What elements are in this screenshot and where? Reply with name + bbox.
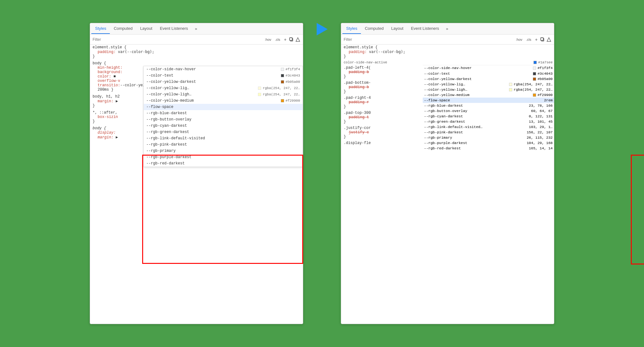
swatch-r-yellow-ligh xyxy=(509,88,512,91)
right-panel-wrapper: Styles Computed Layout Event Listeners »… xyxy=(341,23,554,324)
left-styles-content: element.style { padding: var(--color-bg)… xyxy=(90,45,303,324)
right-computed-top-partial: #1a7see xyxy=(423,60,554,65)
left-tab-styles[interactable]: Styles xyxy=(91,24,110,34)
cls-button[interactable]: .cls xyxy=(274,37,282,42)
svg-marker-3 xyxy=(296,38,300,41)
dropdown-item-yellow-medium[interactable]: --color-yellow-medium #f29900 xyxy=(144,98,303,104)
computed-row-flow-space: --flow-space 2rem xyxy=(423,98,554,103)
right-tab-more[interactable]: » xyxy=(444,24,450,34)
right-tab-styles[interactable]: Styles xyxy=(342,24,361,34)
right-computed-values-col: #1a7see --color-side-nav-hover #f1f3f4 xyxy=(423,60,554,151)
left-tabs-bar: Styles Computed Layout Event Listeners » xyxy=(90,23,303,35)
computed-row-color-text: --color-text #3c4043 xyxy=(423,71,554,76)
svg-rect-1 xyxy=(290,38,292,40)
right-css-rule-element: element.style { padding: var(--color-bg)… xyxy=(341,45,554,59)
right-justify: .justify-cor justify-c } xyxy=(341,125,423,140)
right-pad-right: .pad-right-4 padding-r } xyxy=(341,95,423,109)
right-tab-computed[interactable]: Computed xyxy=(361,24,387,34)
panels-wrapper: Styles Computed Layout Event Listeners »… xyxy=(90,23,554,324)
computed-row-rgb-link: --rgb-link-default-visited… 103, 29, 1… xyxy=(423,124,554,130)
computed-row-yellow-ligh: --color-yellow-ligh… rgba(254, 247, 22… xyxy=(423,87,554,92)
right-toolbar-right: :hov .cls + xyxy=(515,36,551,43)
blue-arrow xyxy=(317,23,328,35)
dropdown-item-yellow-ligh[interactable]: --color-yellow-ligh… rgba(254, 247, 22… xyxy=(144,91,303,98)
computed-row-rgb-purple: --rgb-purple-darkest 104, 29, 168 xyxy=(423,140,554,146)
right-styles-content: element.style { padding: var(--color-bg)… xyxy=(341,45,554,324)
right-tab-layout[interactable]: Layout xyxy=(387,24,407,34)
svg-marker-7 xyxy=(547,38,551,41)
swatch-color-text xyxy=(281,74,284,77)
dropdown-item-rgb-blue-darkest[interactable]: --rgb-blue-darkest xyxy=(144,110,303,116)
right-hov-button[interactable]: :hov xyxy=(515,37,524,42)
computed-row-rgb-green: --rgb-green-darkest 13, 101, 45 xyxy=(423,119,554,124)
left-toolbar-right: :hov .cls + xyxy=(264,36,300,43)
left-devtools-panel: Styles Computed Layout Event Listeners »… xyxy=(90,23,303,324)
toggle-icon[interactable] xyxy=(295,37,300,42)
swatch-side-nav-hover xyxy=(281,68,284,71)
css-prop-padding[interactable]: padding: xyxy=(93,50,116,54)
left-panel-wrapper: Styles Computed Layout Event Listeners »… xyxy=(90,23,303,324)
dropdown-item-color-text[interactable]: --color-text #3c4043 xyxy=(144,72,303,79)
right-add-rule-button[interactable]: + xyxy=(534,36,539,43)
right-filter-input[interactable] xyxy=(344,37,513,42)
computed-row-rgb-cyan: --rgb-cyan-darkest 0, 122, 131 xyxy=(423,114,554,119)
right-copy-icon[interactable] xyxy=(540,37,545,42)
computed-row-rgb-primary: --rgb-primary 26, 115, 232 xyxy=(423,135,554,140)
right-tabs-bar: Styles Computed Layout Event Listeners » xyxy=(341,23,554,35)
dropdown-item-side-nav-hover[interactable]: --color-side-nav-hover #f1f3f4 xyxy=(144,66,303,72)
svg-rect-5 xyxy=(541,38,543,40)
dropdown-item-rgb-green-darkest[interactable]: --rgb-green-darkest xyxy=(144,129,303,135)
swatch-r-yellow-lig xyxy=(509,83,512,86)
computed-row-side-nav-hover: --color-side-nav-hover #f1f3f4 xyxy=(423,65,554,71)
left-tab-more[interactable]: » xyxy=(193,24,199,34)
computed-row-yellow-medium: --color-yellow-medium #f29900 xyxy=(423,92,554,98)
right-pad-left: .pad-left-4( padding-b } xyxy=(341,65,423,79)
dropdown-item-yellow-darkest[interactable]: --color-yellow-darkest #b05a00 xyxy=(144,79,303,85)
right-pad-bottom: .pad-bottom- padding-b } xyxy=(341,80,423,94)
dropdown-item-rgb-purple-darkest[interactable]: --rgb-purple-darkest xyxy=(144,154,303,160)
computed-row-rgb-pink: --rgb-pink-darkest 156, 22, 107 xyxy=(423,130,554,135)
dropdown-item-rgb-link-default[interactable]: --rgb-link-default-visited xyxy=(144,135,303,141)
swatch-r-color-text xyxy=(533,72,536,75)
right-red-box-overlay xyxy=(631,155,644,264)
left-tab-event-listeners[interactable]: Event Listeners xyxy=(156,24,192,34)
right-tab-event-listeners[interactable]: Event Listeners xyxy=(407,24,443,34)
right-partial-top: color-side-nav-active xyxy=(341,60,423,65)
right-styles-scroll[interactable]: element.style { padding: var(--color-bg)… xyxy=(341,45,554,324)
copy-icon[interactable] xyxy=(289,37,294,42)
dropdown-item-rgb-cyan-darkest[interactable]: --rgb-cyan-darkest xyxy=(144,123,303,129)
dropdown-item-rgb-primary[interactable]: --rgb-primary xyxy=(144,148,303,154)
swatch-yellow-lig xyxy=(258,87,261,90)
css-rule-element-style: element.style { padding: var(--color-bg)… xyxy=(90,45,303,59)
dropdown-item-yellow-lig[interactable]: --color-yellow-lig… rgba(254, 247, 22… xyxy=(144,85,303,91)
right-toggle-icon[interactable] xyxy=(546,37,551,42)
left-filter-input[interactable] xyxy=(93,37,262,42)
add-rule-button[interactable]: + xyxy=(283,36,288,43)
hov-button[interactable]: :hov xyxy=(264,37,273,42)
swatch-side-nav-active xyxy=(534,61,537,64)
dropdown-item-rgb-red-darkest[interactable]: --rgb-red-darkest xyxy=(144,160,303,167)
computed-row-rgb-red: --rgb-red-darkest 165, 14, 14 xyxy=(423,146,554,151)
swatch-yellow-medium xyxy=(281,99,284,102)
left-tab-computed[interactable]: Computed xyxy=(110,24,136,34)
right-pad-top: .pad-top-300 padding-t } xyxy=(341,110,423,125)
swatch-r-yellow-medium xyxy=(533,93,536,97)
right-computed-layout: color-side-nav-active .pad-left-4( paddi… xyxy=(341,60,554,151)
css-selector-element-style: element.style { xyxy=(93,45,126,50)
right-display-flex: .display-fle xyxy=(341,140,423,146)
dropdown-item-rgb-pink-darkest[interactable]: --rgb-pink-darkest xyxy=(144,141,303,148)
computed-row-rgb-button: --rgb-button-overlay 60, 64, 67 xyxy=(423,108,554,114)
right-selectors-col: color-side-nav-active .pad-left-4( paddi… xyxy=(341,60,423,151)
dropdown-item-flow-space[interactable]: --flow-space xyxy=(144,104,303,110)
css-value-200ms: 200ms } xyxy=(93,88,113,92)
computed-row-yellow-lig: --color-yellow-lig… rgba(254, 247, 22… xyxy=(423,82,554,87)
right-devtools-panel: Styles Computed Layout Event Listeners »… xyxy=(341,23,554,324)
left-toolbar: :hov .cls + xyxy=(90,35,303,45)
left-tab-layout[interactable]: Layout xyxy=(136,24,156,34)
swatch-r-side-nav-hover xyxy=(533,67,536,70)
dropdown-item-rgb-button-overlay[interactable]: --rgb-button-overlay xyxy=(144,116,303,123)
swatch-yellow-ligh xyxy=(258,93,261,96)
computed-row-yellow-darkest: --color-yellow-darkest #b05a00 xyxy=(423,76,554,82)
swatch-yellow-darkest xyxy=(281,80,284,83)
right-cls-button[interactable]: .cls xyxy=(525,37,533,42)
